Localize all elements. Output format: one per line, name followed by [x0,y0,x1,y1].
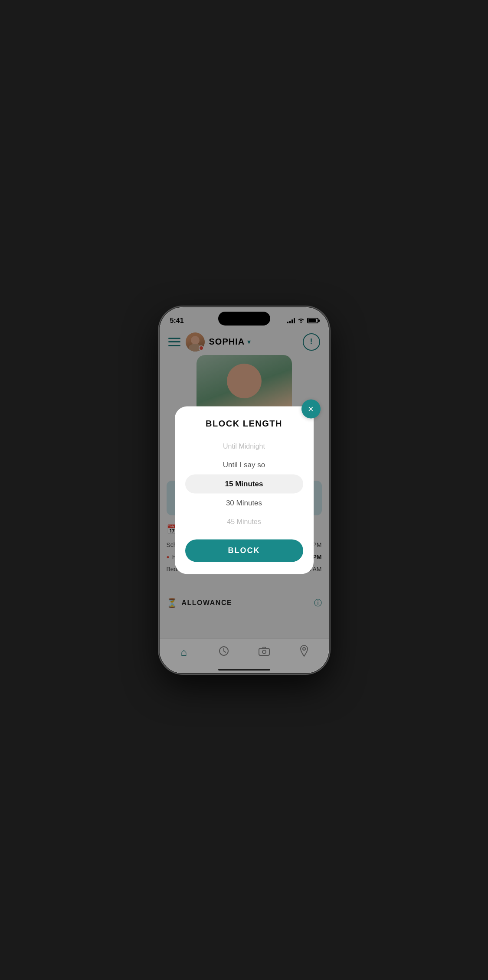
block-options-list: Until Midnight Until I say so 15 Minutes… [185,437,303,531]
option-until-midnight[interactable]: Until Midnight [185,437,303,455]
option-30-minutes[interactable]: 30 Minutes [185,493,303,512]
option-45-minutes[interactable]: 45 Minutes [185,512,303,531]
block-confirm-button[interactable]: BLOCK [185,539,303,562]
option-15-minutes[interactable]: 15 Minutes [185,474,303,493]
option-until-i-say-so[interactable]: Until I say so [185,455,303,474]
modal-close-button[interactable]: × [301,399,321,418]
block-length-modal: × BLOCK LENGTH Until Midnight Until I sa… [175,406,314,574]
phone-screen: 5:41 [160,307,329,673]
modal-title: BLOCK LENGTH [206,418,282,428]
phone-frame: 5:41 [160,307,329,673]
